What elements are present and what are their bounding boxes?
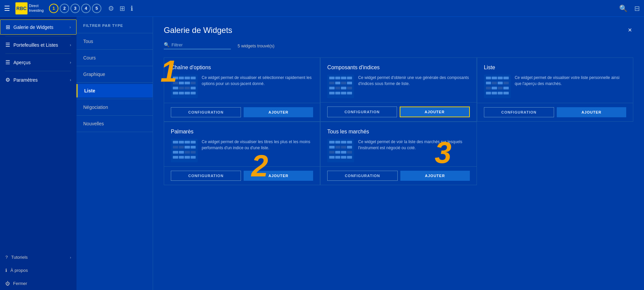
widget-marches-config-button[interactable]: CONFIGURATION — [327, 171, 397, 181]
widget-grid-container: 1 Chaîne d'options Ce wid — [164, 57, 633, 185]
widget-liste-config-button[interactable]: CONFIGURATION — [484, 107, 554, 117]
filter-div-1 — [77, 49, 153, 50]
sidebar-item-apercu[interactable]: ☰ Aperçus › — [0, 55, 77, 70]
gallery-title: Galerie de Widgets — [164, 26, 232, 35]
rbc-logo-box: RBC — [15, 2, 28, 14]
sidebar-item-gallery[interactable]: ⊞ Galerie de Widgets › — [0, 19, 77, 35]
widget-palmares-desc: Ce widget permet de visualiser les titre… — [202, 139, 313, 151]
gallery-search-row: 🔍 5 widgets trouvé(s) — [164, 42, 633, 49]
widget-palmares-thumbnail — [171, 139, 198, 162]
widget-card-palmares: 2 Palmarès Ce widget permet de visualise… — [164, 122, 320, 185]
widget-chaine-thumbnail — [171, 75, 198, 98]
filter-div-3 — [77, 82, 153, 83]
widget-liste-desc: Ce widget permet de visualiser votre lis… — [515, 75, 626, 87]
widget-card-composants: Composants d'indices Ce widget permet d'… — [320, 57, 477, 122]
widget-chaine-desc: Ce widget permet de visualiser et sélect… — [202, 75, 313, 87]
widget-card-marches: 3 Tous les marchés Ce widget permet de v… — [320, 122, 477, 185]
filter-cours[interactable]: Cours — [77, 51, 153, 65]
tab-5[interactable]: 5 — [92, 4, 101, 13]
tutorials-arrow: › — [70, 255, 71, 259]
tab-3[interactable]: 3 — [70, 4, 80, 13]
widget-grid: Chaîne d'options Ce widget permet de vis… — [164, 57, 633, 185]
about-icon: ℹ — [5, 268, 7, 273]
widget-card-chaine-options-body: Chaîne d'options Ce widget permet de vis… — [164, 58, 320, 103]
filter-tous[interactable]: Tous — [77, 35, 153, 48]
filter-divider-top — [77, 33, 153, 33]
widget-composants-footer: CONFIGURATION AJOUTER — [320, 102, 476, 121]
sidebar-divider-2 — [5, 53, 71, 54]
sidebar-item-portfolios[interactable]: ☰ Portefeuilles et Listes › — [0, 38, 77, 52]
widget-card-empty — [477, 122, 633, 185]
sidebar-params-arrow: › — [70, 78, 71, 82]
gallery-close-button[interactable]: × — [627, 25, 633, 35]
widget-marches-footer: CONFIGURATION AJOUTER — [320, 166, 476, 185]
search-box: 🔍 — [164, 42, 231, 49]
filter-panel: FILTRER PAR TYPE Tous Cours Graphique Li… — [77, 17, 153, 290]
sidebar-portfolios-arrow: › — [70, 43, 71, 47]
widget-chaine-content: Ce widget permet de visualiser et sélect… — [171, 75, 313, 98]
filter-div-6 — [77, 132, 153, 132]
filter-graphique[interactable]: Graphique — [77, 68, 153, 81]
widget-card-liste: Liste Ce widget permet de visualiser vot… — [477, 57, 633, 122]
sidebar-apercu-label: Aperçus — [13, 60, 31, 65]
search-input[interactable] — [171, 42, 225, 47]
widget-liste-content: Ce widget permet de visualiser votre lis… — [484, 75, 626, 98]
widget-palmares-config-button[interactable]: CONFIGURATION — [171, 171, 241, 181]
rbc-logo: RBC Direct Investing — [13, 1, 46, 16]
tab-4[interactable]: 4 — [81, 4, 91, 13]
sidebar-params-label: Paramètres — [13, 77, 38, 83]
widget-liste-thumbnail — [484, 75, 511, 98]
topbar-tools: ⚙ ⊞ ℹ — [108, 4, 133, 12]
widget-card-marches-body: Tous les marchés Ce widget permet de voi… — [320, 122, 476, 166]
widget-composants-config-button[interactable]: CONFIGURATION — [327, 107, 397, 117]
tab-1[interactable]: 1 — [49, 4, 58, 13]
tutorials-icon: ? — [5, 255, 8, 260]
sidebar-bottom: ? Tutoriels › ℹ À propos ⏻ Fermer — [0, 251, 77, 290]
sidebar: ⊞ Galerie de Widgets › ☰ Portefeuilles e… — [0, 17, 77, 290]
tab-group: 1 2 3 4 5 — [49, 4, 101, 13]
widget-palmares-content: Ce widget permet de visualiser les titre… — [171, 139, 313, 162]
sidebar-tutorials[interactable]: ? Tutoriels › — [0, 251, 77, 264]
widget-liste-add-button[interactable]: AJOUTER — [557, 107, 626, 117]
params-icon: ⚙ — [5, 77, 10, 83]
widget-chaine-add-button[interactable]: AJOUTER — [244, 107, 313, 117]
widget-composants-thumbnail — [327, 75, 354, 98]
widget-liste-title: Liste — [484, 65, 626, 71]
widget-palmares-footer: CONFIGURATION AJOUTER — [164, 166, 320, 185]
layout-icon[interactable]: ⊞ — [119, 4, 125, 12]
widget-composants-desc: Ce widget permet d'obtenir une vue génér… — [358, 75, 469, 87]
sidebar-close[interactable]: ⏻ Fermer — [0, 277, 77, 290]
sidebar-apercu-arrow: › — [70, 60, 71, 65]
widget-card-composants-body: Composants d'indices Ce widget permet d'… — [320, 58, 476, 102]
search-icon: 🔍 — [164, 42, 169, 47]
filter-title: FILTRER PAR TYPE — [77, 24, 153, 32]
widget-card-palmares-body: Palmarès Ce widget permet de visualiser … — [164, 122, 320, 166]
sidebar-item-params[interactable]: ⚙ Paramètres › — [0, 73, 77, 87]
search-icon[interactable]: 🔍 — [619, 4, 628, 12]
widget-chaine-config-button[interactable]: CONFIGURATION — [171, 107, 241, 117]
filter-negociation[interactable]: Négociation — [77, 100, 153, 114]
filter-nouvelles[interactable]: Nouvelles — [77, 117, 153, 130]
filter-div-4 — [77, 99, 153, 99]
widget-liste-footer: CONFIGURATION AJOUTER — [477, 103, 633, 121]
collapse-icon[interactable]: ⊟ — [634, 4, 640, 12]
app-name: Direct Investing — [29, 4, 44, 12]
widget-marches-add-button[interactable]: AJOUTER — [400, 171, 470, 181]
main-layout: ⊞ Galerie de Widgets › ☰ Portefeuilles e… — [0, 17, 644, 290]
search-result-count: 5 widgets trouvé(s) — [238, 43, 275, 48]
gallery-panel: Galerie de Widgets × 🔍 5 widgets trouvé(… — [153, 17, 644, 290]
widget-palmares-add-button[interactable]: AJOUTER — [244, 171, 313, 181]
menu-icon[interactable]: ☰ — [4, 4, 10, 12]
filter-div-2 — [77, 66, 153, 66]
gallery-icon: ⊞ — [6, 24, 10, 30]
settings-icon[interactable]: ⚙ — [108, 4, 114, 12]
widget-marches-thumbnail — [327, 139, 354, 162]
sidebar-divider-3 — [5, 71, 71, 71]
widget-marches-content: Ce widget permet de voir la liste des ma… — [327, 139, 469, 162]
widget-composants-add-button[interactable]: AJOUTER — [400, 107, 470, 117]
info-icon[interactable]: ℹ — [131, 4, 133, 12]
sidebar-about[interactable]: ℹ À propos — [0, 264, 77, 277]
filter-liste[interactable]: Liste — [77, 84, 153, 97]
widget-marches-title: Tous les marchés — [327, 129, 469, 135]
tab-2[interactable]: 2 — [60, 4, 69, 13]
